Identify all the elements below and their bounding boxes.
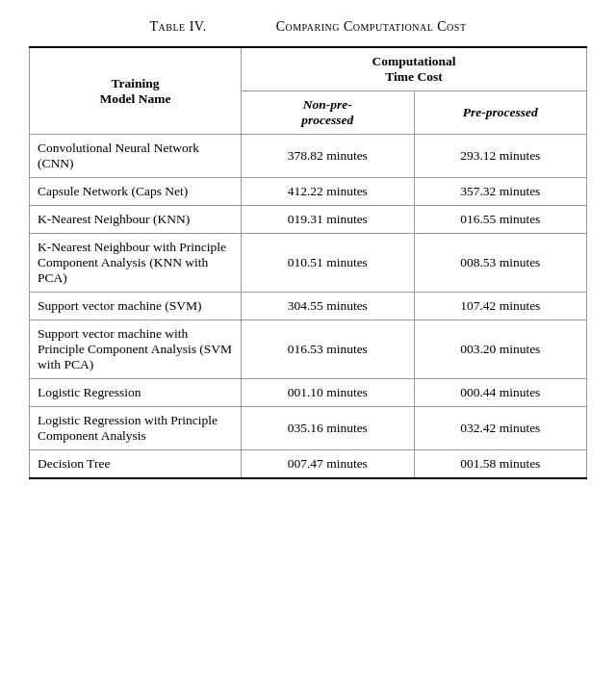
cell-pre: 016.55 minutes: [414, 206, 587, 234]
col-non-pre-header: Non-pre-processed: [242, 91, 414, 135]
cell-model: Decision Tree: [30, 450, 242, 479]
table-row: Decision Tree007.47 minutes001.58 minute…: [30, 450, 587, 479]
table-row: Logistic Regression with Principle Compo…: [30, 407, 587, 450]
cell-model: Support vector machine (SVM): [30, 293, 242, 320]
cell-non-pre: 304.55 minutes: [242, 293, 414, 320]
cell-non-pre: 019.31 minutes: [242, 206, 414, 234]
cell-model: K-Nearest Neighbour (KNN): [30, 206, 242, 234]
cell-non-pre: 412.22 minutes: [242, 178, 414, 206]
col-group-header: ComputationalTime Cost: [242, 47, 587, 91]
table-row: K-Nearest Neighbour (KNN)019.31 minutes0…: [30, 206, 587, 234]
table-row: Logistic Regression001.10 minutes000.44 …: [30, 379, 587, 407]
cell-model: Convolutional Neural Network (CNN): [30, 135, 242, 178]
cell-model: Support vector machine with Principle Co…: [30, 320, 242, 379]
cell-model: Logistic Regression with Principle Compo…: [30, 407, 242, 450]
cell-pre: 003.20 minutes: [414, 320, 587, 379]
table-row: Capsule Network (Caps Net)412.22 minutes…: [30, 178, 587, 206]
cell-pre: 008.53 minutes: [414, 234, 587, 293]
table-title: Table IV. Comparing Computational Cost: [29, 19, 587, 35]
cell-model: Capsule Network (Caps Net): [30, 178, 242, 206]
title-label2: Comparing Computational Cost: [276, 19, 467, 34]
cell-pre: 000.44 minutes: [414, 379, 587, 407]
col-pre-header: Pre-processed: [414, 91, 587, 135]
comparison-table: TrainingModel Name ComputationalTime Cos…: [29, 46, 587, 479]
cell-non-pre: 035.16 minutes: [242, 407, 414, 450]
cell-pre: 001.58 minutes: [414, 450, 587, 479]
cell-pre: 107.42 minutes: [414, 293, 587, 320]
cell-pre: 357.32 minutes: [414, 178, 587, 206]
cell-pre: 032.42 minutes: [414, 407, 587, 450]
cell-non-pre: 001.10 minutes: [242, 379, 414, 407]
table-row: K-Nearest Neighbour with Principle Compo…: [30, 234, 587, 293]
cell-non-pre: 378.82 minutes: [242, 135, 414, 178]
title-label1: Table IV.: [150, 19, 207, 34]
table-row: Support vector machine (SVM)304.55 minut…: [30, 293, 587, 320]
cell-non-pre: 010.51 minutes: [242, 234, 414, 293]
cell-pre: 293.12 minutes: [414, 135, 587, 178]
col-model-header: TrainingModel Name: [30, 47, 242, 135]
cell-non-pre: 007.47 minutes: [242, 450, 414, 479]
cell-model: Logistic Regression: [30, 379, 242, 407]
table-row: Support vector machine with Principle Co…: [30, 320, 587, 379]
cell-model: K-Nearest Neighbour with Principle Compo…: [30, 234, 242, 293]
table-row: Convolutional Neural Network (CNN)378.82…: [30, 135, 587, 178]
cell-non-pre: 016.53 minutes: [242, 320, 414, 379]
